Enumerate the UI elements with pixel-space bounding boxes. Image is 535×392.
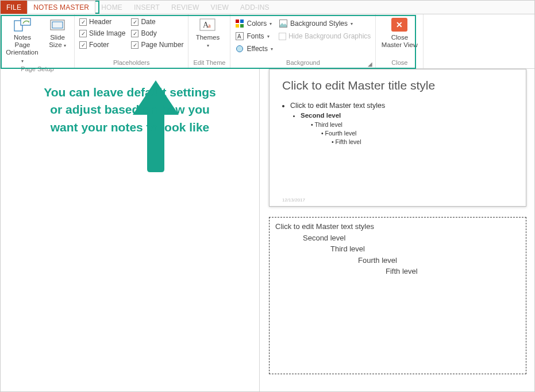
group-placeholders: ✓Header ✓Slide Image ✓Footer ✓Date ✓Body… bbox=[75, 14, 188, 68]
slide-body-l3: Third level bbox=[314, 121, 342, 128]
group-label-placeholders: Placeholders bbox=[79, 58, 183, 67]
slide-body-l4: Fourth level bbox=[325, 130, 357, 137]
chk-page-number[interactable]: ✓Page Number bbox=[131, 41, 183, 49]
ribbon: Notes Page Orientation ▾ Slide Size ▾ Pa… bbox=[1, 14, 534, 69]
svg-text:a: a bbox=[208, 22, 211, 29]
hide-background-label: Hide Background Graphics bbox=[288, 32, 371, 40]
chk-header[interactable]: ✓Header bbox=[79, 18, 125, 26]
chk-header-label: Header bbox=[89, 18, 111, 26]
annotation-text: You can leave default settings or adjust… bbox=[44, 84, 216, 136]
background-styles-icon bbox=[279, 19, 288, 28]
themes-button[interactable]: A a Themes▾ bbox=[193, 17, 222, 49]
notes-page-orientation-button[interactable]: Notes Page Orientation ▾ bbox=[5, 17, 40, 64]
close-master-view-button[interactable]: ✕ Close Master View bbox=[380, 17, 418, 49]
group-edit-theme: A a Themes▾ Edit Theme bbox=[188, 14, 230, 68]
slide-body-l5: Fifth level bbox=[336, 138, 361, 145]
close-icon: ✕ bbox=[391, 18, 407, 32]
group-label-background: Background bbox=[235, 58, 371, 67]
close-master-label: Close Master View bbox=[380, 34, 418, 49]
tab-view[interactable]: VIEW bbox=[205, 1, 234, 14]
annotation-panel: You can leave default settings or adjust… bbox=[1, 69, 259, 391]
group-label-edit-theme: Edit Theme bbox=[193, 58, 225, 67]
tab-addins[interactable]: ADD-INS bbox=[234, 1, 275, 14]
svg-rect-7 bbox=[236, 20, 239, 23]
tab-notes-master[interactable]: NOTES MASTER bbox=[27, 1, 95, 14]
notes-l2: Second level bbox=[303, 232, 520, 244]
svg-rect-8 bbox=[240, 20, 244, 23]
slide-body-l2: Second level bbox=[301, 112, 341, 119]
chk-body[interactable]: ✓Body bbox=[131, 29, 183, 37]
orientation-icon bbox=[13, 17, 32, 33]
background-styles-dropdown[interactable]: Background Styles▾ bbox=[279, 18, 371, 29]
chk-hide-background: Hide Background Graphics bbox=[279, 30, 371, 42]
tab-insert[interactable]: INSERT bbox=[128, 1, 165, 14]
svg-rect-3 bbox=[52, 22, 63, 28]
svg-rect-9 bbox=[236, 24, 239, 28]
slide-body-l1: Click to edit Master text styles bbox=[290, 102, 385, 110]
tab-bar: FILE NOTES MASTER HOME INSERT REVIEW VIE… bbox=[1, 1, 534, 14]
group-close: ✕ Close Master View Close bbox=[376, 14, 424, 68]
slide-title-placeholder[interactable]: Click to edit Master title style bbox=[282, 79, 513, 92]
group-page-setup: Notes Page Orientation ▾ Slide Size ▾ Pa… bbox=[1, 14, 75, 68]
fonts-icon: A bbox=[235, 32, 244, 41]
effects-dropdown[interactable]: Effects▾ bbox=[235, 43, 272, 55]
group-background: Colors▾ A Fonts▾ Effects▾ bbox=[230, 14, 376, 68]
notes-l5: Fifth level bbox=[386, 266, 520, 277]
notes-l4: Fourth level bbox=[358, 255, 520, 266]
svg-text:A: A bbox=[237, 33, 241, 40]
colors-icon bbox=[235, 19, 244, 28]
slide-preview[interactable]: Click to edit Master title style Click t… bbox=[269, 69, 526, 207]
chk-footer-label: Footer bbox=[89, 41, 109, 49]
colors-label: Colors bbox=[247, 20, 267, 28]
slide-size-icon bbox=[48, 17, 67, 33]
notes-page-orientation-label: Notes Page Orientation ▾ bbox=[5, 34, 40, 64]
chk-page-number-label: Page Number bbox=[141, 41, 183, 49]
workspace: You can leave default settings or adjust… bbox=[1, 69, 534, 391]
effects-icon bbox=[235, 44, 244, 53]
chk-slide-image-label: Slide Image bbox=[89, 29, 125, 37]
notes-body-placeholder[interactable]: Click to edit Master text styles Second … bbox=[269, 217, 526, 374]
slide-size-button[interactable]: Slide Size ▾ bbox=[45, 17, 70, 49]
background-styles-label: Background Styles bbox=[290, 20, 348, 28]
group-label-close: Close bbox=[380, 58, 418, 67]
slide-date-placeholder[interactable]: 12/13/2017 bbox=[282, 197, 305, 203]
chk-slide-image[interactable]: ✓Slide Image bbox=[79, 29, 125, 37]
notes-master-canvas: Click to edit Master title style Click t… bbox=[259, 69, 534, 391]
background-dialog-launcher[interactable]: ◢ bbox=[367, 60, 374, 67]
chk-date[interactable]: ✓Date bbox=[131, 18, 183, 26]
svg-point-13 bbox=[237, 46, 243, 52]
svg-rect-10 bbox=[240, 24, 244, 28]
tab-review[interactable]: REVIEW bbox=[165, 1, 205, 14]
fonts-dropdown[interactable]: A Fonts▾ bbox=[235, 30, 272, 42]
themes-icon: A a bbox=[198, 17, 217, 33]
chk-date-label: Date bbox=[141, 18, 155, 26]
tab-file[interactable]: FILE bbox=[1, 1, 27, 14]
colors-dropdown[interactable]: Colors▾ bbox=[235, 18, 272, 29]
slide-body-placeholder[interactable]: Click to edit Master text styles Second … bbox=[282, 100, 513, 146]
effects-label: Effects bbox=[247, 45, 267, 53]
fonts-label: Fonts bbox=[247, 32, 264, 40]
chk-footer[interactable]: ✓Footer bbox=[79, 41, 125, 49]
chk-body-label: Body bbox=[141, 29, 156, 37]
themes-label: Themes▾ bbox=[196, 34, 220, 49]
notes-l1: Click to edit Master text styles bbox=[275, 221, 520, 232]
tab-home[interactable]: HOME bbox=[95, 1, 128, 14]
slide-size-label: Slide Size ▾ bbox=[45, 34, 70, 49]
notes-l3: Third level bbox=[330, 243, 520, 255]
